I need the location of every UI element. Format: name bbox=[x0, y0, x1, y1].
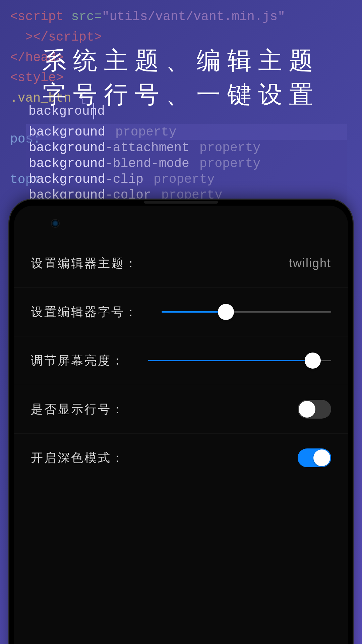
phone-camera bbox=[51, 219, 60, 228]
dark-mode-toggle[interactable] bbox=[298, 448, 331, 467]
phone-speaker bbox=[144, 201, 218, 204]
hero-line-2: 字号行号、一键设置 bbox=[0, 77, 362, 111]
autocomplete-item[interactable]: background-attachmentproperty bbox=[26, 140, 347, 156]
autocomplete-item[interactable]: background-blend-modeproperty bbox=[26, 156, 347, 171]
phone-frame: 设置编辑器主题： twilight 设置编辑器字号： 调节屏幕亮度： bbox=[9, 200, 353, 644]
autocomplete-item[interactable]: background-clipproperty bbox=[26, 171, 347, 187]
hero-line-1: 系统主题、编辑主题 bbox=[0, 44, 362, 77]
slider-thumb[interactable] bbox=[305, 353, 321, 369]
font-size-slider[interactable] bbox=[162, 304, 331, 320]
setting-label: 调节屏幕亮度： bbox=[31, 353, 125, 369]
setting-value: twilight bbox=[289, 256, 331, 270]
slider-thumb[interactable] bbox=[218, 304, 234, 320]
setting-dark-mode: 开启深色模式： bbox=[14, 434, 348, 482]
setting-line-numbers: 是否显示行号： bbox=[14, 385, 348, 434]
setting-editor-theme[interactable]: 设置编辑器主题： twilight bbox=[14, 239, 348, 288]
line-numbers-toggle[interactable] bbox=[298, 400, 331, 419]
setting-font-size: 设置编辑器字号： bbox=[14, 288, 348, 336]
autocomplete-item[interactable]: backgroundproperty bbox=[26, 124, 347, 140]
autocomplete-popup[interactable]: backgroundproperty background-attachment… bbox=[26, 124, 347, 203]
setting-label: 设置编辑器字号： bbox=[31, 304, 138, 320]
hero-title: 系统主题、编辑主题 字号行号、一键设置 bbox=[0, 44, 362, 111]
setting-label: 是否显示行号： bbox=[31, 401, 125, 418]
setting-label: 开启深色模式： bbox=[31, 450, 125, 466]
phone-screen: 设置编辑器主题： twilight 设置编辑器字号： 调节屏幕亮度： bbox=[14, 206, 348, 644]
setting-label: 设置编辑器主题： bbox=[31, 255, 138, 272]
settings-list: 设置编辑器主题： twilight 设置编辑器字号： 调节屏幕亮度： bbox=[14, 206, 348, 482]
brightness-slider[interactable] bbox=[148, 352, 331, 369]
setting-brightness: 调节屏幕亮度： bbox=[14, 336, 348, 385]
